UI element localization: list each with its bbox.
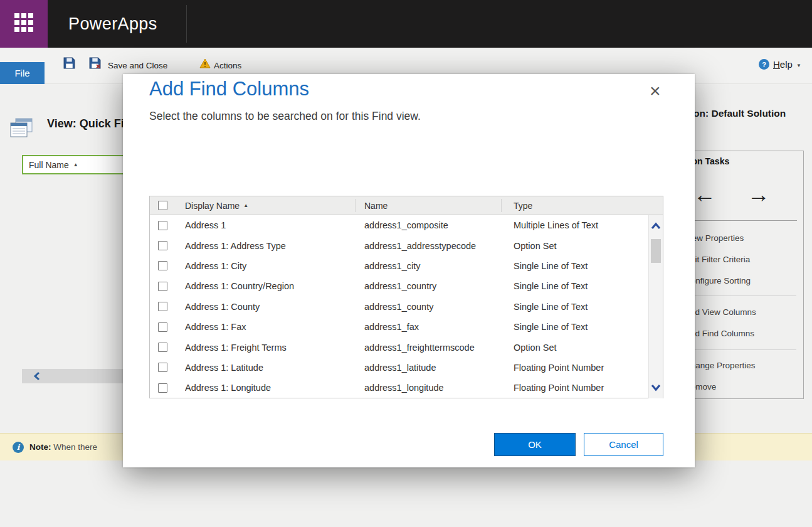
help-label: Help [773, 59, 793, 70]
scroll-up-button[interactable] [649, 218, 663, 234]
cell-display-name: Address 1: Fax [185, 322, 364, 332]
scrollbar-thumb[interactable] [651, 239, 661, 263]
top-bar: PowerApps [0, 0, 812, 48]
row-checkbox[interactable] [158, 322, 167, 332]
sort-ascending-icon: ▲ [243, 203, 248, 208]
file-tab[interactable]: File [0, 62, 45, 84]
move-column-left-button[interactable]: ← [693, 183, 716, 206]
cell-type: Single Line of Text [514, 302, 648, 312]
cell-display-name: Address 1: City [185, 261, 364, 271]
cell-name: address1_country [364, 281, 514, 291]
table-row[interactable]: Address 1: Country/Region address1_count… [150, 276, 648, 296]
table-body: Address 1 address1_composite Multiple Li… [150, 215, 648, 398]
table-row[interactable]: Address 1: Longitude address1_longitude … [150, 378, 648, 398]
warning-icon [199, 58, 211, 71]
cell-name: address1_addresstypecode [364, 241, 514, 251]
help-icon: ? [759, 59, 769, 70]
task-link-add-find-columns[interactable]: Add Find Columns [685, 329, 754, 338]
cell-type: Single Line of Text [514, 281, 648, 291]
cell-name: address1_freighttermscode [364, 343, 514, 353]
app-launcher-button[interactable] [0, 0, 48, 48]
vertical-scrollbar[interactable] [648, 215, 663, 398]
dialog-subtitle: Select the columns to be searched on for… [149, 110, 421, 123]
row-checkbox[interactable] [158, 383, 167, 393]
cell-display-name: Address 1: Latitude [185, 363, 364, 373]
header-display-name[interactable]: Display Name ▲ [185, 196, 248, 215]
app-title: PowerApps [68, 14, 157, 34]
table-row[interactable]: Address 1: Freight Terms address1_freigh… [150, 337, 648, 357]
header-name[interactable]: Name [364, 196, 388, 215]
header-divider [355, 199, 356, 212]
waffle-icon [14, 13, 33, 35]
tasks-divider [685, 295, 796, 296]
help-menu[interactable]: ? Help ▼ [759, 59, 801, 70]
header-display-name-label: Display Name [185, 201, 240, 211]
cell-name: address1_county [364, 302, 514, 312]
header-type[interactable]: Type [514, 196, 532, 215]
cell-type: Single Line of Text [514, 322, 648, 332]
move-column-right-button[interactable]: → [747, 183, 770, 206]
info-icon: i [13, 442, 24, 453]
row-checkbox[interactable] [158, 363, 167, 372]
sort-ascending-icon: ▲ [73, 162, 78, 168]
header-divider [501, 199, 502, 212]
table-row[interactable]: Address 1: City address1_city Single Lin… [150, 256, 648, 276]
cell-type: Option Set [514, 343, 648, 353]
save-icon[interactable] [63, 56, 76, 70]
dialog-title: Add Find Columns [149, 78, 309, 100]
topbar-divider [186, 5, 187, 43]
tasks-divider [685, 349, 796, 350]
cell-display-name: Address 1: Address Type [185, 241, 364, 251]
table-header: Display Name ▲ Name Type [150, 196, 663, 215]
ok-button[interactable]: OK [494, 433, 576, 456]
scroll-left-button[interactable] [33, 371, 42, 381]
select-all-checkbox[interactable] [158, 201, 167, 210]
row-checkbox[interactable] [158, 302, 167, 311]
cell-type: Floating Point Number [514, 363, 648, 373]
row-checkbox[interactable] [158, 343, 167, 352]
cell-name: address1_city [364, 261, 514, 271]
actions-button[interactable]: Actions [214, 61, 241, 70]
column-header-label: Full Name [29, 160, 69, 170]
table-row[interactable]: Address 1: Address Type address1_address… [150, 235, 648, 255]
scroll-down-button[interactable] [649, 380, 663, 396]
row-checkbox[interactable] [158, 282, 167, 291]
task-link-change-properties[interactable]: Change Properties [685, 361, 756, 370]
note-text: Note: When there [29, 442, 97, 452]
cell-name: address1_longitude [364, 383, 514, 393]
cell-name: address1_fax [364, 322, 514, 332]
cell-type: Multiple Lines of Text [514, 220, 648, 230]
cell-name: address1_composite [364, 220, 514, 230]
save-as-icon[interactable] [88, 56, 102, 70]
table-row[interactable]: Address 1: Latitude address1_latitude Fl… [150, 358, 648, 378]
table-row[interactable]: Address 1: County address1_county Single… [150, 297, 648, 317]
screen: PowerApps File Save and Close Actions ? … [0, 0, 812, 527]
cell-type: Option Set [514, 241, 648, 251]
chevron-down-icon: ▼ [796, 61, 801, 68]
close-icon[interactable]: × [650, 82, 661, 100]
cell-display-name: Address 1 [185, 220, 364, 230]
save-and-close-button[interactable]: Save and Close [108, 61, 167, 70]
row-checkbox[interactable] [158, 221, 167, 230]
columns-table: Display Name ▲ Name Type Address 1 addre… [149, 196, 663, 398]
task-link-add-view-columns[interactable]: Add View Columns [685, 307, 756, 317]
cell-display-name: Address 1: Freight Terms [185, 343, 364, 353]
cell-display-name: Address 1: County [185, 302, 364, 312]
cell-display-name: Address 1: Longitude [185, 383, 364, 393]
table-row[interactable]: Address 1: Fax address1_fax Single Line … [150, 317, 648, 337]
cell-type: Floating Point Number [514, 383, 648, 393]
row-checkbox[interactable] [158, 241, 167, 250]
add-find-columns-dialog: Add Find Columns × Select the columns to… [123, 74, 695, 467]
row-checkbox[interactable] [158, 261, 167, 270]
cell-name: address1_latitude [364, 363, 514, 373]
cell-display-name: Address 1: Country/Region [185, 281, 364, 291]
table-row[interactable]: Address 1 address1_composite Multiple Li… [150, 215, 648, 235]
cell-type: Single Line of Text [514, 261, 648, 271]
cancel-button[interactable]: Cancel [584, 433, 663, 456]
view-icon [10, 118, 33, 141]
